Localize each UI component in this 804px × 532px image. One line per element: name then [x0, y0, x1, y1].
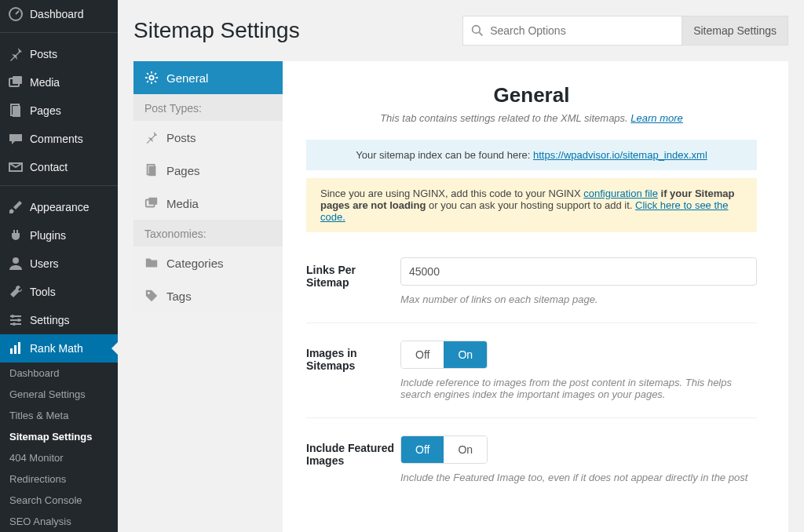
toggle-off[interactable]: Off: [401, 341, 444, 368]
search-icon: [471, 24, 484, 37]
sidebar-item-pages[interactable]: Pages: [0, 97, 118, 125]
toggle-on[interactable]: On: [444, 341, 487, 368]
tab-media[interactable]: Media: [133, 187, 283, 220]
tab-label: Posts: [166, 131, 196, 144]
learn-more-link[interactable]: Learn more: [630, 112, 682, 124]
sidebar-item-contact[interactable]: Contact: [0, 153, 118, 181]
svg-point-6: [13, 257, 19, 264]
nav-group-taxonomies: Taxonomies:: [133, 220, 283, 246]
tab-label: Pages: [166, 164, 200, 177]
tab-pages[interactable]: Pages: [133, 154, 283, 187]
subitem-general-settings[interactable]: General Settings: [0, 384, 118, 405]
tab-general[interactable]: General: [133, 61, 283, 94]
tab-label: Tags: [166, 290, 192, 303]
help-text: Max number of links on each sitemap page…: [400, 293, 757, 305]
svg-point-7: [11, 315, 14, 318]
gear-icon: [144, 71, 159, 85]
subitem-seo-analysis[interactable]: SEO Analysis: [0, 511, 118, 532]
sidebar-item-appearance[interactable]: Appearance: [0, 193, 118, 221]
sidebar-item-posts[interactable]: Posts: [0, 40, 118, 68]
search-input[interactable]: [490, 24, 674, 37]
settings-wrap: General Post Types: Posts Pages Media Ta…: [133, 61, 788, 532]
subitem-titles-meta[interactable]: Titles & Meta: [0, 405, 118, 426]
tab-posts[interactable]: Posts: [133, 121, 283, 154]
sidebar-item-settings[interactable]: Settings: [0, 306, 118, 334]
row-links-per-sitemap: Links Per Sitemap Max number of links on…: [306, 240, 757, 323]
sidebar-item-label: Users: [30, 257, 59, 270]
media-icon: [8, 75, 24, 90]
settings-content: General This tab contains settings relat…: [283, 61, 788, 532]
search-box[interactable]: [462, 16, 682, 46]
images-in-sitemaps-toggle: Off On: [400, 341, 488, 369]
sidebar-item-rank-math[interactable]: Rank Math: [0, 334, 118, 363]
breadcrumb: Sitemap Settings: [682, 16, 788, 46]
sliders-icon: [8, 312, 24, 328]
media-icon: [144, 196, 159, 210]
sidebar-item-label: Dashboard: [30, 8, 84, 20]
nginx-config-link[interactable]: configuration file: [583, 188, 658, 199]
page-icon: [144, 163, 159, 177]
folder-icon: [144, 256, 159, 270]
row-images-in-sitemaps: Images in Sitemaps Off On Include refere…: [306, 323, 757, 418]
tab-label: Media: [166, 197, 199, 210]
subitem-sitemap-settings[interactable]: Sitemap Settings: [0, 426, 118, 447]
page-header: Sitemap Settings Sitemap Settings: [133, 0, 788, 61]
field-label: Include Featured Images: [306, 435, 400, 467]
sidebar-item-label: Plugins: [30, 229, 66, 242]
subitem-redirections[interactable]: Redirections: [0, 468, 118, 490]
sidebar-item-dashboard[interactable]: Dashboard: [0, 0, 118, 28]
sidebar-item-label: Pages: [30, 104, 61, 117]
sidebar-item-media[interactable]: Media: [0, 68, 118, 97]
sidebar-separator: [0, 185, 118, 189]
content-subtitle: This tab contains settings related to th…: [306, 112, 757, 124]
subitem-search-console[interactable]: Search Console: [0, 490, 118, 511]
notice-nginx: Since you are using NGINX, add this code…: [306, 178, 757, 232]
search-wrap: Sitemap Settings: [462, 16, 788, 46]
envelope-icon: [8, 159, 24, 175]
chat-icon: [8, 131, 24, 147]
sidebar-item-label: Appearance: [30, 201, 90, 213]
subitem-404-monitor[interactable]: 404 Monitor: [0, 447, 118, 468]
sidebar-item-label: Comments: [30, 133, 83, 145]
page-icon: [8, 103, 24, 118]
brush-icon: [8, 199, 24, 215]
row-include-featured-images: Include Featured Images Off On Include t…: [306, 418, 757, 501]
svg-rect-11: [14, 345, 16, 354]
help-text: Include reference to images from the pos…: [400, 377, 757, 400]
pin-icon: [144, 130, 159, 144]
svg-rect-2: [13, 76, 22, 84]
wp-admin-sidebar: Dashboard Posts Media Pages Comments Con…: [0, 0, 118, 532]
svg-point-14: [149, 75, 153, 79]
sidebar-item-comments[interactable]: Comments: [0, 125, 118, 153]
settings-nav: General Post Types: Posts Pages Media Ta…: [133, 61, 283, 312]
page-title: Sitemap Settings: [133, 18, 300, 43]
svg-point-9: [13, 322, 16, 326]
plug-icon: [8, 228, 24, 243]
sidebar-item-plugins[interactable]: Plugins: [0, 221, 118, 250]
nav-group-post-types: Post Types:: [133, 94, 283, 121]
sidebar-item-label: Settings: [30, 314, 70, 326]
field-label: Images in Sitemaps: [306, 341, 400, 372]
dashboard-icon: [8, 6, 24, 22]
svg-point-13: [473, 26, 481, 34]
notice-sitemap-url: Your sitemap index can be found here: ht…: [306, 140, 757, 170]
sidebar-item-users[interactable]: Users: [0, 250, 118, 278]
sidebar-item-tools[interactable]: Tools: [0, 278, 118, 306]
sidebar-item-label: Contact: [30, 161, 68, 173]
links-per-sitemap-input[interactable]: [400, 257, 757, 286]
toggle-on[interactable]: On: [444, 436, 487, 463]
sidebar-item-label: Rank Math: [30, 342, 83, 355]
toggle-off[interactable]: Off: [401, 436, 444, 463]
svg-rect-4: [13, 106, 20, 117]
tab-tags[interactable]: Tags: [133, 279, 283, 312]
wrench-icon: [8, 284, 24, 300]
sidebar-item-label: Posts: [30, 48, 57, 60]
tag-icon: [144, 289, 159, 303]
chart-icon: [8, 341, 24, 356]
svg-rect-18: [148, 198, 157, 205]
help-text: Include the Featured Image too, even if …: [400, 472, 757, 483]
sidebar-separator: [0, 32, 118, 36]
tab-categories[interactable]: Categories: [133, 246, 283, 279]
sitemap-index-link[interactable]: https://wpadvisor.io/sitemap_index.xml: [533, 149, 707, 161]
subitem-dashboard[interactable]: Dashboard: [0, 363, 118, 384]
